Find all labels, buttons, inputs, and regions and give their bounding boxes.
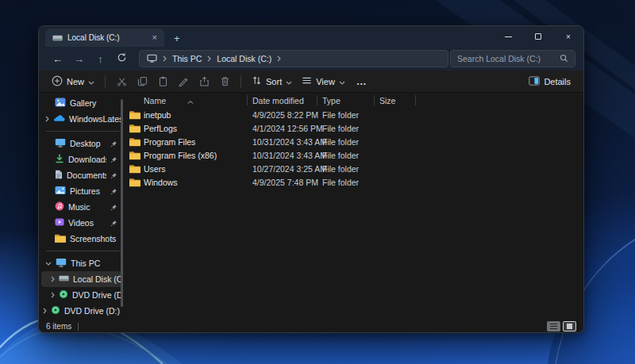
maximize-button[interactable]: [523, 26, 553, 47]
cut-button[interactable]: [111, 73, 132, 90]
new-tab-button[interactable]: +: [174, 33, 180, 44]
new-button[interactable]: New: [47, 72, 99, 91]
column-header-name[interactable]: Name: [144, 96, 166, 105]
file-row[interactable]: inetpub 4/9/2025 8:22 PM File folder: [124, 108, 583, 121]
sidebar-item-music[interactable]: Music: [41, 199, 121, 215]
circle-plus-icon: [52, 75, 63, 88]
back-button[interactable]: ←: [47, 53, 68, 65]
column-divider[interactable]: [415, 95, 416, 105]
file-name: Program Files: [144, 137, 195, 147]
view-button[interactable]: View: [297, 72, 350, 91]
title-bar: Local Disk (C:) × + ×: [39, 26, 583, 47]
refresh-button[interactable]: [111, 52, 133, 65]
chevron-right-icon[interactable]: [51, 292, 55, 298]
details-pane-icon: [529, 76, 540, 87]
desktop-wallpaper: Local Disk (C:) × + × ← → ↑: [0, 0, 635, 364]
sidebar-item-this-pc[interactable]: This PC: [41, 255, 121, 271]
sidebar-item-dvd-drive-d[interactable]: DVD Drive (D:): [41, 287, 121, 303]
minimize-button[interactable]: [493, 26, 523, 47]
sidebar-item-pictures[interactable]: Pictures: [41, 183, 121, 199]
file-row[interactable]: PerfLogs 4/1/2024 12:56 PM File folder: [124, 121, 583, 135]
search-box[interactable]: [450, 50, 575, 67]
sort-button[interactable]: Sort: [247, 72, 297, 91]
breadcrumb-this-pc[interactable]: This PC: [172, 54, 202, 63]
navigation-pane: Gallery WindowsLatest Desktop: [39, 93, 124, 320]
sidebar-item-gallery[interactable]: Gallery: [41, 95, 121, 111]
delete-button[interactable]: [214, 73, 235, 90]
sidebar-item-documents[interactable]: Documents: [41, 167, 121, 183]
sort-arrows-icon: [252, 75, 262, 87]
sidebar-item-label: Gallery: [70, 98, 121, 108]
sidebar-item-label: Videos: [68, 218, 106, 228]
tab-close-icon[interactable]: ×: [151, 33, 159, 42]
breadcrumb-local-disk[interactable]: Local Disk (C:): [217, 54, 271, 63]
file-date-modified: 4/9/2025 8:22 PM: [252, 110, 318, 120]
column-divider[interactable]: [374, 95, 375, 105]
status-divider: [78, 323, 79, 331]
file-row[interactable]: Users 10/27/2024 3:25 AM File folder: [124, 162, 583, 175]
close-button[interactable]: ×: [553, 26, 583, 47]
file-type: File folder: [322, 178, 359, 187]
sidebar-item-downloads[interactable]: Downloads: [41, 151, 121, 167]
folder-icon: [129, 164, 140, 173]
sidebar-item-label: This PC: [71, 259, 121, 268]
search-input[interactable]: [457, 54, 555, 63]
sidebar-item-videos[interactable]: Videos: [41, 215, 121, 231]
breadcrumb-chevron-icon: [277, 56, 281, 62]
chevron-right-icon[interactable]: [43, 308, 47, 314]
column-header-date-modified[interactable]: Date modified: [252, 96, 304, 105]
pictures-icon: [55, 186, 66, 197]
explorer-tab[interactable]: Local Disk (C:) ×: [45, 29, 164, 47]
folder-icon: [129, 124, 140, 132]
column-header-size[interactable]: Size: [379, 96, 395, 105]
sidebar-item-screenshots[interactable]: Screenshots: [41, 231, 121, 247]
chevron-down-icon[interactable]: [45, 262, 52, 266]
window-controls: ×: [493, 26, 583, 47]
folder-icon: [129, 137, 140, 146]
file-row[interactable]: Program Files (x86) 10/31/2024 3:43 AM F…: [124, 148, 583, 162]
file-date-modified: 4/9/2025 7:48 PM: [252, 178, 318, 187]
gallery-icon: [55, 98, 66, 109]
forward-button[interactable]: →: [68, 53, 90, 65]
breadcrumb-chevron-icon: [207, 56, 211, 62]
sidebar-item-label: DVD Drive (D:) C: [64, 306, 121, 316]
content-area: Gallery WindowsLatest Desktop: [39, 93, 583, 320]
pin-icon: [110, 188, 117, 195]
address-bar[interactable]: This PC Local Disk (C:): [139, 50, 448, 67]
share-button[interactable]: [194, 73, 214, 90]
paste-button[interactable]: [152, 73, 173, 90]
pin-icon: [110, 204, 117, 211]
chevron-right-icon[interactable]: [51, 276, 55, 282]
file-type: File folder: [322, 124, 359, 133]
rename-button[interactable]: [173, 73, 194, 90]
sidebar-item-local-disk-c[interactable]: Local Disk (C:): [41, 271, 121, 287]
navigation-bar: ← → ↑ This PC Local Disk (C:): [39, 47, 583, 71]
column-divider[interactable]: [247, 95, 248, 105]
onedrive-icon: [53, 114, 65, 124]
file-row[interactable]: Program Files 10/31/2024 3:43 AM File fo…: [124, 135, 583, 148]
sidebar-item-dvd-drive-d2[interactable]: DVD Drive (D:) C: [41, 303, 121, 319]
file-type: File folder: [322, 137, 359, 147]
chevron-down-icon: [88, 77, 94, 86]
sidebar-item-desktop[interactable]: Desktop: [41, 136, 121, 151]
details-pane-button[interactable]: Details: [524, 72, 575, 91]
chevron-right-icon[interactable]: [45, 116, 49, 122]
sidebar-item-windowslatest[interactable]: WindowsLatest: [41, 111, 121, 127]
sidebar-item-label: DVD Drive (D:): [72, 290, 121, 300]
file-row[interactable]: Windows 4/9/2025 7:48 PM File folder: [124, 175, 583, 189]
more-options-button[interactable]: …: [350, 75, 374, 87]
file-date-modified: 4/1/2024 12:56 PM: [252, 124, 323, 133]
copy-button[interactable]: [132, 73, 152, 90]
file-type: File folder: [322, 164, 359, 174]
up-button[interactable]: ↑: [90, 53, 111, 65]
column-divider[interactable]: [317, 95, 318, 105]
search-icon: [560, 52, 568, 66]
column-header-type[interactable]: Type: [322, 96, 341, 105]
folder-icon: [129, 151, 140, 159]
details-view-toggle[interactable]: [547, 321, 560, 331]
downloads-icon: [55, 154, 64, 165]
file-type: File folder: [322, 110, 359, 120]
music-icon: [55, 201, 64, 213]
large-icons-view-toggle[interactable]: [563, 321, 576, 331]
sidebar-scrollbar[interactable]: [121, 99, 123, 307]
